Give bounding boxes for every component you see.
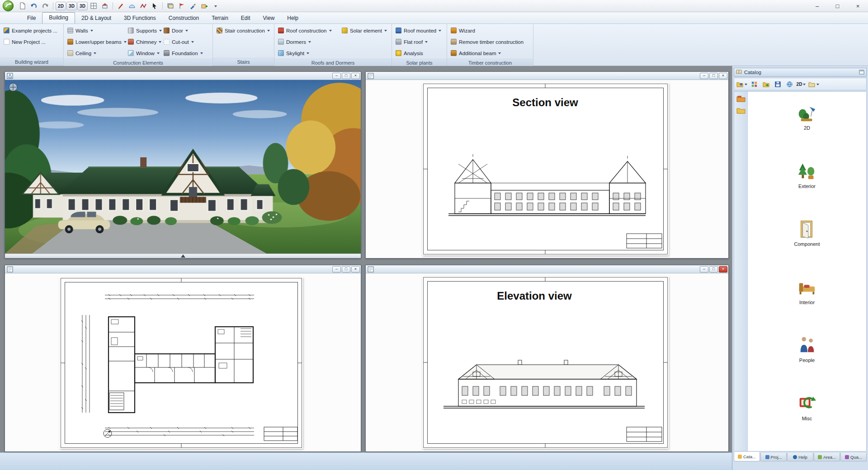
viewport-maximize-button[interactable]: □	[342, 73, 350, 79]
roof-construction-button[interactable]: Roof construction	[276, 25, 339, 36]
foundation-button[interactable]: Foundation	[161, 47, 211, 59]
elevation-sheet-area[interactable]: Elevation view	[366, 273, 728, 451]
example-projects-button[interactable]: Example projects ...	[1, 25, 60, 36]
new-document-button[interactable]	[17, 1, 28, 11]
lower-upper-beams-button[interactable]: Lower/upper beams	[65, 36, 125, 47]
maximize-button[interactable]: □	[827, 0, 848, 12]
section-view-button[interactable]	[99, 1, 110, 11]
analysis-button[interactable]: Analysis	[393, 47, 443, 59]
toolbar-options-button[interactable]	[210, 1, 221, 11]
catalog-up-button[interactable]	[736, 79, 748, 89]
viewport-minimize-button[interactable]: –	[332, 73, 341, 79]
catalog-root-folder-icon[interactable]	[736, 95, 745, 103]
catalog-item-component[interactable]: Component	[780, 219, 834, 277]
grid-view-button[interactable]	[88, 1, 99, 11]
3d-render[interactable]	[5, 80, 361, 254]
catalog-subfolder-icon[interactable]	[736, 107, 745, 114]
catalog-menu-button[interactable]	[807, 79, 820, 89]
catalog-tab-area[interactable]: Area...	[814, 453, 840, 461]
viewport-titlebar[interactable]: – □ ×	[366, 265, 728, 273]
catalog-2d-filter-button[interactable]: 2D	[796, 79, 807, 89]
catalog-item-people[interactable]: People	[780, 335, 834, 393]
remove-timber-construction-button[interactable]: Remove timber construction	[448, 36, 526, 47]
window-button[interactable]: Window	[126, 47, 161, 59]
dormers-button[interactable]: Dormers	[276, 36, 339, 47]
red-pen-button[interactable]	[115, 1, 126, 11]
redo-button[interactable]	[40, 1, 51, 11]
ceiling-button[interactable]: Ceiling	[65, 47, 125, 59]
polyline-tool-button[interactable]	[138, 1, 149, 11]
tab-terrain[interactable]: Terrain	[205, 13, 235, 24]
solar-element-button[interactable]: Solar element	[340, 25, 390, 36]
tab-2d-layout[interactable]: 2D & Layout	[75, 13, 118, 24]
catalog-item-exterior[interactable]: Exterior	[780, 161, 834, 219]
skylight-button[interactable]: Skylight	[276, 47, 339, 59]
new-project-button[interactable]: New Project ...	[1, 36, 60, 47]
viewport-close-button[interactable]: ×	[351, 73, 360, 79]
tab-view[interactable]: View	[257, 13, 281, 24]
viewport-close-button[interactable]: ×	[719, 266, 727, 273]
catalog-open-folder-button[interactable]	[760, 79, 771, 89]
3d-rotation-slider[interactable]	[5, 254, 361, 258]
viewport-minimize-button[interactable]: –	[332, 266, 341, 273]
catalog-view-mode-button[interactable]	[749, 79, 760, 89]
wizard-button[interactable]: Wizard	[448, 25, 526, 36]
catalog-tab-catalog[interactable]: Cata...	[734, 452, 760, 461]
catalog-tab-help[interactable]: Help	[787, 453, 813, 461]
undo-button[interactable]	[28, 1, 39, 11]
section-sheet-area[interactable]: Section view	[366, 80, 728, 258]
tab-building[interactable]: Building	[42, 12, 75, 24]
slider-knob-icon[interactable]	[181, 254, 185, 258]
minimize-button[interactable]: –	[807, 0, 827, 12]
catalog-tab-project[interactable]: Proj...	[760, 453, 787, 461]
styles-brush-button[interactable]	[188, 1, 198, 11]
cut-out-button[interactable]: Cut-out	[161, 36, 211, 47]
flat-roof-button[interactable]: Flat roof	[393, 36, 443, 47]
tab-help[interactable]: Help	[281, 13, 305, 24]
walls-button[interactable]: Walls	[65, 25, 125, 36]
viewport-close-button[interactable]: ×	[719, 73, 727, 79]
layers-button[interactable]	[165, 1, 176, 11]
view-3d-button[interactable]: 3D	[66, 2, 77, 10]
view-3d-window-button[interactable]: 3D	[77, 2, 88, 10]
viewport-close-button[interactable]: ×	[351, 266, 360, 273]
viewport-titlebar[interactable]: – □ ×	[5, 72, 361, 80]
measure-tool-button[interactable]	[127, 1, 137, 11]
view-2d-button[interactable]: 2D	[56, 2, 66, 10]
catalog-tab-quantities[interactable]: Qua...	[840, 453, 867, 461]
catalog-item-interior[interactable]: Interior	[780, 277, 834, 335]
additional-beam-button[interactable]: Additional beam	[448, 47, 526, 59]
viewport-titlebar[interactable]: – □ ×	[5, 265, 361, 273]
viewport-section[interactable]: – □ × Section view	[365, 71, 729, 258]
add-component-button[interactable]	[199, 1, 210, 11]
catalog-web-button[interactable]	[784, 79, 795, 89]
viewport-maximize-button[interactable]: □	[709, 73, 718, 79]
tab-file[interactable]: File	[21, 13, 42, 24]
viewport-minimize-button[interactable]: –	[700, 266, 708, 273]
floorplan-sheet-area[interactable]	[5, 273, 361, 451]
viewport-3d[interactable]: – □ ×	[5, 71, 361, 258]
select-tool-button[interactable]	[149, 1, 160, 11]
app-menu-button[interactable]	[2, 0, 14, 12]
flag-button[interactable]	[176, 1, 187, 11]
catalog-header[interactable]: Catalog	[734, 68, 867, 77]
tab-edit[interactable]: Edit	[235, 13, 257, 24]
door-button[interactable]: Door	[161, 25, 211, 36]
catalog-import-button[interactable]	[772, 79, 783, 89]
3d-render-area[interactable]	[5, 80, 361, 258]
viewport-minimize-button[interactable]: –	[700, 73, 708, 79]
viewport-maximize-button[interactable]: □	[342, 266, 350, 273]
catalog-item-misc[interactable]: Misc	[780, 393, 834, 451]
chimney-button[interactable]: Chimney	[126, 36, 161, 47]
tab-construction[interactable]: Construction	[162, 13, 205, 24]
viewport-elevation[interactable]: – □ × Elevation view	[365, 265, 729, 452]
catalog-item-2d[interactable]: 2D	[780, 103, 834, 161]
viewport-maximize-button[interactable]: □	[709, 266, 718, 273]
supports-button[interactable]: Supports	[126, 25, 161, 36]
orbit-widget-icon[interactable]	[9, 83, 17, 91]
tab-3d-functions[interactable]: 3D Functions	[118, 13, 162, 24]
viewport-titlebar[interactable]: – □ ×	[366, 72, 728, 80]
close-button[interactable]: ×	[848, 0, 868, 12]
stair-construction-button[interactable]: Stair construction	[214, 25, 272, 36]
viewport-floorplan[interactable]: – □ ×	[5, 265, 361, 452]
